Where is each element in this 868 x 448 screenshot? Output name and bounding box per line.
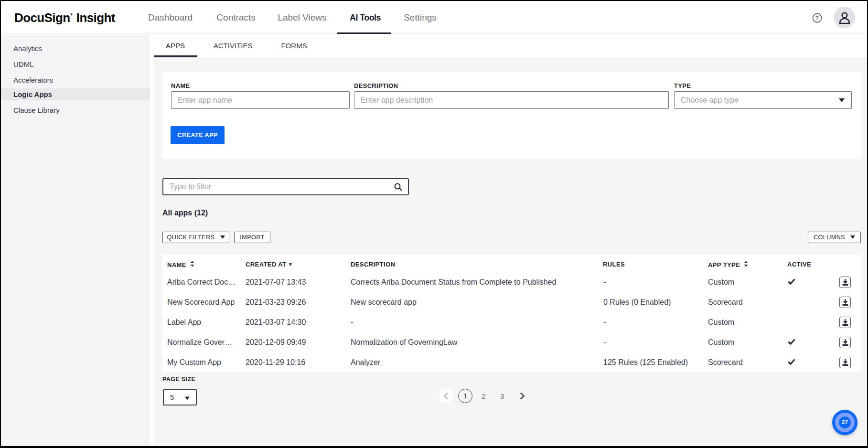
svg-text:?: ? (815, 15, 819, 21)
